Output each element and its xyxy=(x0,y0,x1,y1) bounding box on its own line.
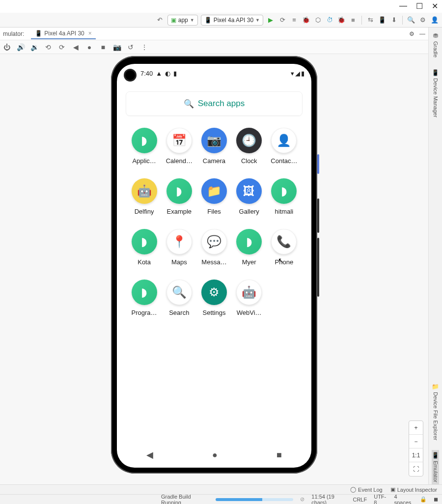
run-icon[interactable]: ▶ xyxy=(266,16,275,25)
app-label: Kota xyxy=(138,258,151,266)
zoom-out-button[interactable]: − xyxy=(409,435,423,448)
zoom-controls: + − 1:1 ⛶ xyxy=(409,420,423,476)
zoom-fit-button[interactable]: ⛶ xyxy=(409,462,423,476)
emulator-tab[interactable]: 📱 Pixel 4a API 30 × xyxy=(31,28,95,39)
app-delfiny[interactable]: 🤖Delfiny xyxy=(129,178,160,215)
device-label: Pixel 4a API 30 xyxy=(214,17,253,24)
close-tab-icon[interactable]: × xyxy=(88,30,92,37)
settings-icon[interactable]: ⚙ xyxy=(418,16,427,25)
back-nav-icon[interactable]: ◀ xyxy=(72,43,80,51)
android-status-bar: 7:40 ▲ ◐ ▮ ▾ ◢ ▮ xyxy=(117,64,311,83)
android-nav-bar: ◀ ● ■ xyxy=(117,445,311,465)
screenshot-icon[interactable]: 📷 xyxy=(113,43,121,51)
gradle-cancel-icon[interactable]: ⊘ xyxy=(300,496,304,503)
app-applic[interactable]: ◗Applic… xyxy=(129,128,160,165)
signal-icon: ◢ xyxy=(295,70,300,77)
app-search[interactable]: 🔍Search xyxy=(164,280,194,316)
more-icon[interactable]: ⋮ xyxy=(140,43,148,51)
status-bar: Gradle Build Running ⊘ 11:54 (19 chars) … xyxy=(0,494,442,504)
line-ending[interactable]: CRLF xyxy=(353,497,367,503)
encoding[interactable]: UTF-8 xyxy=(374,494,387,504)
app-icon: ◗ xyxy=(132,128,157,153)
zoom-1to1-button[interactable]: 1:1 xyxy=(409,448,423,462)
window-minimize-icon[interactable]: — xyxy=(399,1,407,10)
app-camera[interactable]: 📷Camera xyxy=(198,128,229,165)
event-log-button[interactable]: ◯Event Log xyxy=(350,486,383,493)
zoom-in-button[interactable]: + xyxy=(409,421,423,435)
phone-side-button-1 xyxy=(317,154,319,174)
app-label: Camera xyxy=(203,157,225,165)
app-label: Phone xyxy=(275,258,294,266)
app-label: Delfiny xyxy=(135,208,154,215)
app-gallery[interactable]: 🖼Gallery xyxy=(234,178,265,215)
app-icon: 🔍 xyxy=(166,280,192,305)
app-calend[interactable]: 📅Calend… xyxy=(164,128,194,165)
app-icon: 📅 xyxy=(166,128,192,153)
run-config-dropdown[interactable]: ▣ app ▼ xyxy=(167,15,198,26)
app-label: Search xyxy=(169,309,189,316)
app-kota[interactable]: ◗Kota xyxy=(129,229,160,266)
search-apps-field[interactable]: 🔍 Search apps xyxy=(126,91,303,116)
right-tab-device-manager[interactable]: 📱Device Manager xyxy=(432,67,439,119)
app-phone[interactable]: 📞Phone xyxy=(269,229,300,266)
phone-screen[interactable]: 7:40 ▲ ◐ ▮ ▾ ◢ ▮ 🔍 Search apps ◗Applic…📅… xyxy=(117,64,311,468)
device-dropdown[interactable]: 📱 Pixel 4a API 30 ▼ xyxy=(201,15,263,26)
volume-down-icon[interactable]: 🔉 xyxy=(30,43,38,51)
back-arrow-icon[interactable]: ↶ xyxy=(156,16,165,25)
tab-gear-icon[interactable]: ⚙ xyxy=(409,30,414,37)
nav-back-icon[interactable]: ◀ xyxy=(146,449,153,460)
rotate-right-icon[interactable]: ⟳ xyxy=(58,43,66,51)
app-settings[interactable]: ⚙Settings xyxy=(198,280,229,316)
app-contac[interactable]: 👤Contac… xyxy=(269,128,300,165)
app-icon: 🤖 xyxy=(132,178,157,204)
app-maps[interactable]: 📍Maps xyxy=(164,229,194,266)
overview-nav-icon[interactable]: ■ xyxy=(99,43,107,51)
layout-inspector-button[interactable]: ▣Layout Inspector xyxy=(390,486,437,493)
power-icon[interactable]: ⏻ xyxy=(3,43,11,51)
window-close-icon[interactable]: ✕ xyxy=(432,1,438,11)
app-messa[interactable]: 💬Messa… xyxy=(198,229,229,266)
attach-debugger-icon[interactable]: 🐞 xyxy=(337,16,346,25)
home-nav-icon[interactable]: ● xyxy=(85,43,93,51)
cursor-position[interactable]: 11:54 (19 chars) xyxy=(311,494,346,504)
sdk-manager-icon[interactable]: ⬇ xyxy=(389,16,398,25)
coverage-icon[interactable]: ⬡ xyxy=(313,16,322,25)
stop-icon[interactable]: ■ xyxy=(349,16,358,25)
app-example[interactable]: ◗Example xyxy=(164,178,194,215)
notification-icon[interactable]: ◼ xyxy=(434,496,438,503)
app-webvi[interactable]: 🤖WebVi… xyxy=(234,280,265,316)
app-label: Settings xyxy=(203,309,226,316)
wifi-icon: ▾ xyxy=(291,70,294,77)
lock-icon[interactable]: 🔒 xyxy=(420,496,427,503)
debug-icon[interactable]: 🐞 xyxy=(302,16,310,25)
app-myer[interactable]: ◗Myer xyxy=(234,229,265,266)
apply-code-icon[interactable]: ≡ xyxy=(290,16,299,25)
sync-icon[interactable]: ⇆ xyxy=(366,16,375,25)
app-files[interactable]: 📁Files xyxy=(198,178,229,215)
right-tab-emulator[interactable]: 📱Emulator xyxy=(432,450,439,484)
avd-manager-icon[interactable]: 📱 xyxy=(378,16,387,25)
tab-hide-icon[interactable]: — xyxy=(419,30,425,37)
volume-up-icon[interactable]: 🔊 xyxy=(17,43,25,51)
window-maximize-icon[interactable]: ☐ xyxy=(416,1,423,11)
indent[interactable]: 4 spaces xyxy=(394,494,413,504)
snapshot-icon[interactable]: ↺ xyxy=(127,43,135,51)
emulator-label: mulator: xyxy=(3,30,24,37)
phone-frame: 7:40 ▲ ◐ ▮ ▾ ◢ ▮ 🔍 Search apps ◗Applic…📅… xyxy=(111,56,317,474)
app-icon: 👤 xyxy=(271,128,297,153)
right-tab-device-file-explorer[interactable]: 📁Device File Explorer xyxy=(432,381,439,442)
rotate-left-icon[interactable]: ⟲ xyxy=(44,43,52,51)
right-tab-gradle[interactable]: ⛃Gradle xyxy=(433,30,439,59)
nav-overview-icon[interactable]: ■ xyxy=(276,450,282,460)
app-label: Progra… xyxy=(132,309,157,316)
status-icon-2: ◐ xyxy=(165,70,170,77)
search-icon[interactable]: 🔍 xyxy=(407,16,415,25)
app-label: Clock xyxy=(241,157,257,165)
app-progra[interactable]: ◗Progra… xyxy=(129,280,160,316)
account-icon[interactable]: 👤 xyxy=(430,16,439,25)
profiler-icon[interactable]: ⏱ xyxy=(325,16,334,25)
nav-home-icon[interactable]: ● xyxy=(212,450,218,460)
app-clock[interactable]: 🕘Clock xyxy=(234,128,265,165)
apply-changes-icon[interactable]: ⟳ xyxy=(278,16,287,25)
app-hitmali[interactable]: ◗hitmali xyxy=(269,178,300,215)
